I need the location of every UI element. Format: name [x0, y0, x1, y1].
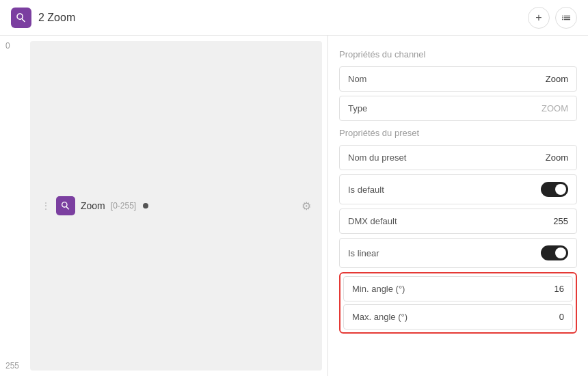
channel-item: ⋮ Zoom [0-255] ⚙ [36, 192, 317, 219]
canvas-area: ⋮ Zoom [0-255] ⚙ [30, 41, 322, 371]
channel-dot [143, 203, 148, 209]
prop-max-angle: Max. angle (°) 0 [343, 304, 573, 330]
channel-props-title: Propriétés du channel [339, 49, 577, 59]
prop-is-linear-label: Is linear [348, 248, 379, 258]
list-icon [561, 12, 572, 23]
header-icon [11, 8, 31, 28]
list-button[interactable] [555, 7, 577, 29]
prop-dmx-default: DMX default 255 [339, 209, 577, 234]
zoom-icon [15, 12, 27, 24]
prop-preset-nom: Nom du preset Zoom [339, 145, 577, 170]
is-default-toggle[interactable] [541, 182, 568, 197]
prop-type: Type ZOOM [339, 96, 577, 121]
channel-range: [0-255] [111, 201, 136, 211]
main-layout: 0 255 ⋮ Zoom [0-255] ⚙ Propriétés du cha… [0, 36, 588, 376]
add-button[interactable]: + [528, 7, 550, 29]
right-panel: Propriétés du channel Nom Zoom Type ZOOM… [328, 36, 588, 376]
drag-handle-icon[interactable]: ⋮ [41, 200, 51, 211]
prop-preset-nom-label: Nom du preset [348, 152, 406, 163]
channel-icon [56, 196, 75, 215]
prop-max-angle-value: 0 [559, 312, 564, 322]
prop-max-angle-label: Max. angle (°) [352, 312, 407, 322]
preset-props-title: Propriétés du preset [339, 128, 577, 138]
prop-type-value: ZOOM [542, 103, 568, 113]
prop-type-label: Type [348, 103, 367, 113]
prop-is-default-label: Is default [348, 185, 384, 195]
prop-min-angle-label: Min. angle (°) [352, 284, 405, 294]
prop-preset-nom-value: Zoom [546, 152, 568, 163]
prop-is-linear: Is linear [339, 238, 577, 268]
scale: 0 255 [0, 36, 30, 376]
prop-min-angle-value: 16 [554, 284, 564, 294]
prop-is-default: Is default [339, 174, 577, 204]
prop-dmx-default-value: 255 [553, 216, 568, 226]
page-title: 2 Zoom [38, 12, 528, 24]
is-linear-toggle[interactable] [541, 245, 568, 260]
prop-min-angle: Min. angle (°) 16 [343, 276, 573, 301]
prop-nom: Nom Zoom [339, 66, 577, 92]
header-actions: + [528, 7, 577, 29]
channel-name: Zoom [81, 200, 105, 211]
header: 2 Zoom + [0, 0, 588, 36]
scale-bottom: 255 [5, 361, 25, 371]
prop-nom-label: Nom [348, 74, 366, 84]
scale-top: 0 [5, 41, 25, 51]
left-panel: 0 255 ⋮ Zoom [0-255] ⚙ [0, 36, 328, 376]
gear-icon[interactable]: ⚙ [302, 200, 311, 213]
prop-dmx-default-label: DMX default [348, 216, 397, 226]
channel-zoom-icon [60, 200, 71, 211]
highlighted-angle-group: Min. angle (°) 16 Max. angle (°) 0 [339, 272, 577, 334]
prop-nom-value: Zoom [546, 74, 568, 84]
